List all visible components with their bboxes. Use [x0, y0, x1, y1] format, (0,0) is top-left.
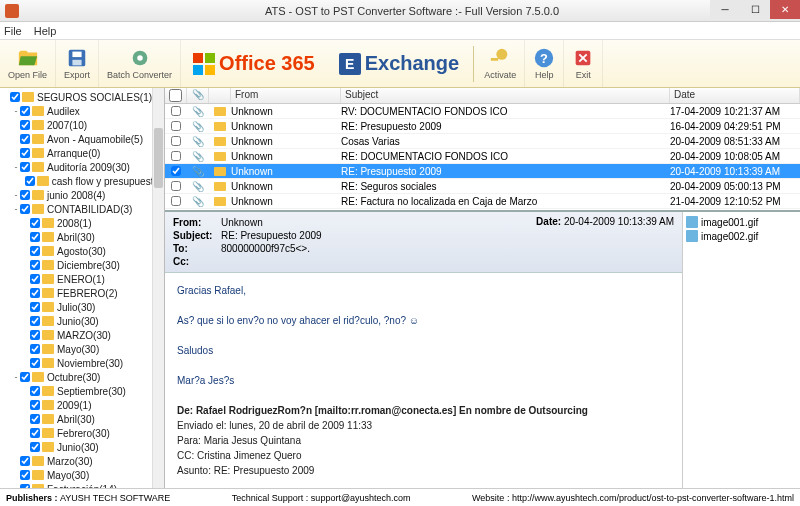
tree-node[interactable]: Facturación(14)	[2, 482, 164, 488]
tree-node[interactable]: Julio(30)	[2, 300, 164, 314]
tree-checkbox[interactable]	[10, 92, 20, 102]
export-button[interactable]: Export	[56, 40, 99, 87]
maximize-button[interactable]: ☐	[740, 0, 770, 19]
tree-node[interactable]: -Audilex	[2, 104, 164, 118]
tree-checkbox[interactable]	[20, 204, 30, 214]
table-row[interactable]: 📎UnknownCosas Varias20-04-2009 08:51:33 …	[165, 134, 800, 149]
row-checkbox[interactable]	[171, 136, 181, 146]
office365-button[interactable]: Office 365	[181, 52, 327, 75]
exchange-button[interactable]: E Exchange	[327, 52, 471, 75]
row-checkbox[interactable]	[171, 106, 181, 116]
tree-checkbox[interactable]	[20, 134, 30, 144]
tree-checkbox[interactable]	[20, 372, 30, 382]
batch-converter-button[interactable]: Batch Converter	[99, 40, 181, 87]
tree-checkbox[interactable]	[30, 400, 40, 410]
menu-file[interactable]: File	[4, 25, 22, 37]
col-date[interactable]: Date	[670, 88, 800, 103]
tree-node[interactable]: FEBRERO(2)	[2, 286, 164, 300]
cell-date: 20-04-2009 10:08:05 AM	[670, 151, 800, 162]
close-button[interactable]: ✕	[770, 0, 800, 19]
tree-node[interactable]: Agosto(30)	[2, 244, 164, 258]
tree-node[interactable]: Febrero(30)	[2, 426, 164, 440]
row-checkbox[interactable]	[171, 151, 181, 161]
tree-node[interactable]: 2007(10)	[2, 118, 164, 132]
tree-node[interactable]: -junio 2008(4)	[2, 188, 164, 202]
tree-checkbox[interactable]	[30, 218, 40, 228]
tree-node[interactable]: Avon - Aquamobile(5)	[2, 132, 164, 146]
tree-scrollbar[interactable]	[152, 88, 164, 488]
tree-checkbox[interactable]	[30, 274, 40, 284]
tree-checkbox[interactable]	[30, 246, 40, 256]
table-row[interactable]: 📎UnknownRE: DOCUMENTACIO FONDOS ICO20-04…	[165, 149, 800, 164]
tree-node[interactable]: Abril(30)	[2, 230, 164, 244]
tree-node[interactable]: cash flow y presupuestos	[2, 174, 164, 188]
tree-node[interactable]: Noviembre(30)	[2, 356, 164, 370]
tree-node[interactable]: ENERO(1)	[2, 272, 164, 286]
tree-node[interactable]: 2008(1)	[2, 216, 164, 230]
table-row[interactable]: 📎UnknownRE: Factura no localizada en Caj…	[165, 194, 800, 209]
tree-checkbox[interactable]	[30, 442, 40, 452]
folder-tree[interactable]: SEGUROS SOCIALES(1)-Audilex 2007(10) Avo…	[0, 88, 165, 488]
tree-node[interactable]: Marzo(30)	[2, 454, 164, 468]
attachment-item[interactable]: image001.gif	[686, 215, 797, 229]
attachment-icon: 📎	[187, 166, 209, 177]
tree-checkbox[interactable]	[25, 176, 35, 186]
select-all-checkbox[interactable]	[169, 89, 182, 102]
tree-node[interactable]: 2009(1)	[2, 398, 164, 412]
exit-button[interactable]: Exit	[564, 40, 603, 87]
message-grid[interactable]: 📎UnknownRV: DOCUMENTACIO FONDOS ICO17-04…	[165, 104, 800, 210]
open-file-button[interactable]: Open File	[0, 40, 56, 87]
tree-checkbox[interactable]	[20, 120, 30, 130]
col-attachment-icon[interactable]: 📎	[187, 88, 209, 103]
tree-checkbox[interactable]	[30, 414, 40, 424]
tree-node[interactable]: Septiembre(30)	[2, 384, 164, 398]
tree-node[interactable]: Abril(30)	[2, 412, 164, 426]
tree-node[interactable]: -Auditoría 2009(30)	[2, 160, 164, 174]
tree-checkbox[interactable]	[30, 344, 40, 354]
tree-checkbox[interactable]	[30, 428, 40, 438]
tree-node[interactable]: Diciembre(30)	[2, 258, 164, 272]
row-checkbox[interactable]	[171, 196, 181, 206]
minimize-button[interactable]: ─	[710, 0, 740, 19]
tree-node[interactable]: SEGUROS SOCIALES(1)	[2, 90, 164, 104]
attachment-item[interactable]: image002.gif	[686, 229, 797, 243]
tree-checkbox[interactable]	[20, 148, 30, 158]
tree-checkbox[interactable]	[20, 162, 30, 172]
table-row[interactable]: 📎UnknownRE: Presupuesto 200920-04-2009 1…	[165, 164, 800, 179]
tree-checkbox[interactable]	[30, 316, 40, 326]
tree-checkbox[interactable]	[20, 190, 30, 200]
image-icon	[686, 230, 698, 242]
tree-checkbox[interactable]	[20, 106, 30, 116]
tree-checkbox[interactable]	[20, 484, 30, 488]
tree-checkbox[interactable]	[30, 260, 40, 270]
tree-node[interactable]: MARZO(30)	[2, 328, 164, 342]
tree-node[interactable]: Mayo(30)	[2, 342, 164, 356]
tree-checkbox[interactable]	[20, 456, 30, 466]
menu-help[interactable]: Help	[34, 25, 57, 37]
tree-node[interactable]: -CONTABILIDAD(3)	[2, 202, 164, 216]
tree-checkbox[interactable]	[20, 470, 30, 480]
row-checkbox[interactable]	[171, 121, 181, 131]
tree-node[interactable]: -Octubre(30)	[2, 370, 164, 384]
tree-label: cash flow y presupuestos	[52, 176, 164, 187]
tree-checkbox[interactable]	[30, 330, 40, 340]
tree-checkbox[interactable]	[30, 288, 40, 298]
table-row[interactable]: 📎UnknownRV: DOCUMENTACIO FONDOS ICO17-04…	[165, 104, 800, 119]
tree-node[interactable]: Junio(30)	[2, 440, 164, 454]
row-checkbox[interactable]	[171, 166, 181, 176]
tree-checkbox[interactable]	[30, 386, 40, 396]
col-subject[interactable]: Subject	[341, 88, 670, 103]
tree-checkbox[interactable]	[30, 232, 40, 242]
tree-node[interactable]: Mayo(30)	[2, 468, 164, 482]
table-row[interactable]: 📎UnknownRE: Seguros sociales20-04-2009 0…	[165, 179, 800, 194]
activate-button[interactable]: Activate	[476, 40, 525, 87]
table-row[interactable]: 📎UnknownRE: Presupuesto 200916-04-2009 0…	[165, 119, 800, 134]
tree-checkbox[interactable]	[30, 358, 40, 368]
tree-node[interactable]: Arranque(0)	[2, 146, 164, 160]
tree-node[interactable]: Junio(30)	[2, 314, 164, 328]
col-from[interactable]: From	[231, 88, 341, 103]
row-checkbox[interactable]	[171, 181, 181, 191]
tree-checkbox[interactable]	[30, 302, 40, 312]
menubar: File Help	[0, 22, 800, 40]
help-button[interactable]: ? Help	[525, 40, 564, 87]
